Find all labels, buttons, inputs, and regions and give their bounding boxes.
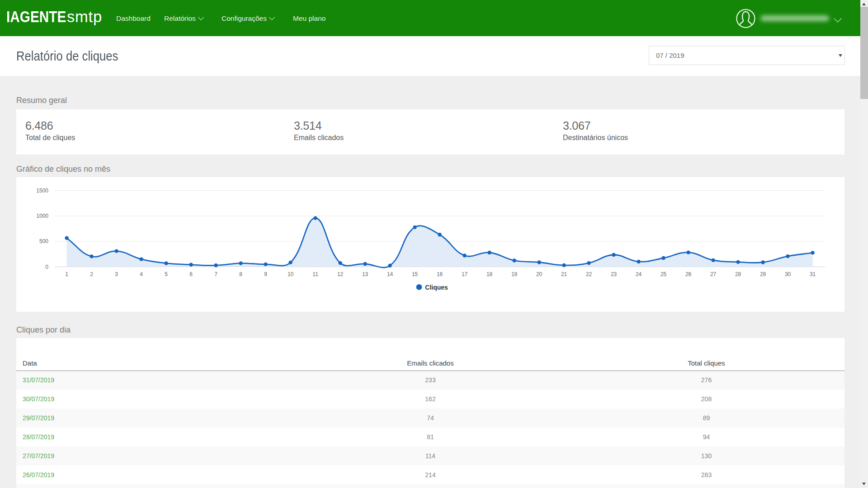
svg-text:0: 0 <box>45 264 48 270</box>
svg-text:16: 16 <box>437 271 443 277</box>
svg-text:24: 24 <box>636 271 642 277</box>
svg-text:5: 5 <box>165 271 168 277</box>
svg-text:9: 9 <box>264 271 267 277</box>
svg-text:25: 25 <box>660 271 667 277</box>
svg-text:17: 17 <box>462 271 468 277</box>
svg-text:12: 12 <box>337 271 344 277</box>
svg-text:28: 28 <box>735 271 741 277</box>
svg-text:2: 2 <box>90 271 93 277</box>
svg-text:20: 20 <box>536 271 542 277</box>
svg-text:10: 10 <box>288 271 294 277</box>
svg-text:15: 15 <box>412 271 418 277</box>
svg-text:30: 30 <box>785 271 791 277</box>
svg-text:18: 18 <box>486 271 493 277</box>
svg-text:22: 22 <box>586 271 592 277</box>
svg-text:6: 6 <box>189 271 193 277</box>
svg-text:13: 13 <box>362 271 368 277</box>
svg-text:27: 27 <box>710 271 717 277</box>
svg-text:7: 7 <box>214 271 217 277</box>
svg-text:11: 11 <box>312 271 318 277</box>
svg-text:8: 8 <box>239 271 242 277</box>
svg-text:26: 26 <box>685 271 692 277</box>
svg-text:1: 1 <box>65 271 68 277</box>
svg-text:3: 3 <box>115 271 118 277</box>
svg-text:21: 21 <box>561 271 567 277</box>
svg-text:Cliques: Cliques <box>425 284 448 291</box>
svg-text:29: 29 <box>760 271 766 277</box>
svg-text:500: 500 <box>39 238 48 244</box>
svg-text:1000: 1000 <box>36 213 48 219</box>
svg-text:1500: 1500 <box>36 188 48 194</box>
svg-text:31: 31 <box>810 271 816 277</box>
svg-text:4: 4 <box>140 271 143 277</box>
svg-text:19: 19 <box>511 271 518 277</box>
svg-text:23: 23 <box>611 271 617 277</box>
svg-text:14: 14 <box>387 271 393 277</box>
